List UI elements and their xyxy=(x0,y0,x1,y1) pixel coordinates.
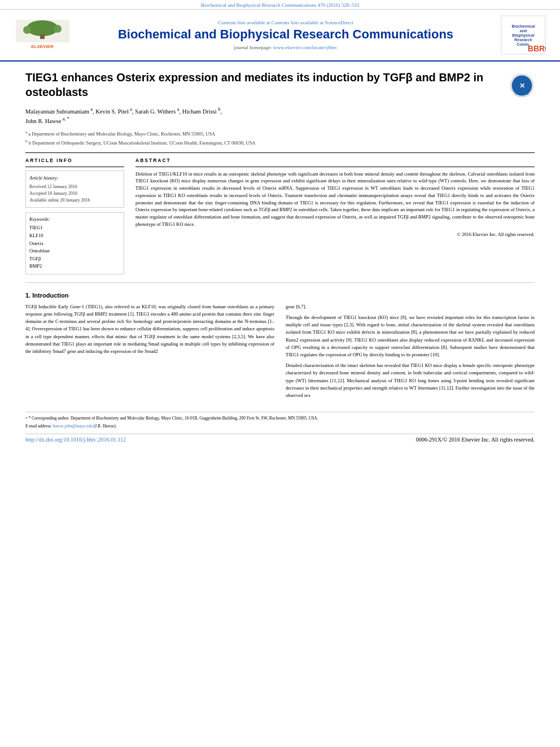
introduction-section: 1. Introduction TGFβ Inducible Early Gen… xyxy=(25,292,535,403)
keyword-klf10: KLF10 xyxy=(29,232,120,240)
keywords-section: Keywords: TIEG1 KLF10 Osterix Osteoblast… xyxy=(25,212,124,274)
elsevier-logo: ELSEVIER xyxy=(16,20,69,51)
article-info-label: ARTICLE INFO xyxy=(25,158,124,163)
svg-text:ELSEVIER: ELSEVIER xyxy=(31,44,54,49)
bbrc-logo-area: Biochemical and Biophysical Research Com… xyxy=(498,15,549,55)
intro-title: Introduction xyxy=(32,292,68,299)
article-title: TIEG1 enhances Osterix expression and me… xyxy=(25,70,504,99)
sciencedirect-text: Contents lists available at Contents lis… xyxy=(79,20,492,25)
citation-bar: Biochemical and Biophysical Research Com… xyxy=(0,0,560,10)
header-divider xyxy=(25,152,535,153)
article-info-column: ARTICLE INFO Article history: Received 1… xyxy=(25,158,124,274)
svg-text:and: and xyxy=(520,29,527,33)
citation-text: Biochemical and Biophysical Research Com… xyxy=(201,2,360,8)
authors: Malayannan Subramaniam a, Kevin S. Pitel… xyxy=(25,106,535,126)
article-info-divider xyxy=(25,167,124,167)
keywords-label: Keywords: xyxy=(29,216,120,222)
abstract-divider xyxy=(135,167,535,167)
intro-columns: TGFβ Inducible Early Gene-1 (TIEG1), als… xyxy=(25,303,535,403)
svg-text:CrossMark: CrossMark xyxy=(515,92,529,95)
keyword-osteoblast: Osteoblast xyxy=(29,247,120,255)
crossmark-logo[interactable]: ✕ CrossMark xyxy=(509,73,535,98)
intro-left-text: TGFβ Inducible Early Gene-1 (TIEG1), als… xyxy=(25,303,274,355)
article-title-section: TIEG1 enhances Osterix expression and me… xyxy=(25,70,535,99)
article-history: Article history: Received 12 January 201… xyxy=(25,171,124,208)
bbrc-logo: Biochemical and Biophysical Research Com… xyxy=(501,15,546,55)
abstract-text: Deletion of TIEG1/KLF10 in mice results … xyxy=(135,171,535,228)
intro-right-p1: Through the development of TIEG1 knockou… xyxy=(286,314,535,359)
affiliation-b: b b Department of Orthopaedic Surgery, U… xyxy=(25,138,535,147)
journal-header: ELSEVIER Contents lists available at Con… xyxy=(0,10,560,62)
svg-rect-2 xyxy=(40,34,45,39)
intro-left-paragraph: TGFβ Inducible Early Gene-1 (TIEG1), als… xyxy=(25,303,274,355)
abstract-column: ABSTRACT Deletion of TIEG1/KLF10 in mice… xyxy=(135,158,535,274)
footnote-content: * Corresponding author. Department of Bi… xyxy=(28,416,318,421)
sciencedirect-link[interactable]: Contents lists available at ScienceDirec… xyxy=(272,20,353,25)
footnote: * * Corresponding author. Department of … xyxy=(25,416,535,422)
intro-col-right: gene [6,7]. Through the development of T… xyxy=(286,303,535,403)
available-date: Available online 20 January 2016 xyxy=(29,197,120,204)
svg-text:✕: ✕ xyxy=(519,82,525,90)
journal-header-center: Contents lists available at Contents lis… xyxy=(73,20,498,50)
svg-text:Biophysical: Biophysical xyxy=(512,33,534,38)
email-address[interactable]: hawse.john@mayo.edu xyxy=(53,423,93,429)
email-suffix: (J.R. Hawse). xyxy=(94,423,117,429)
svg-point-4 xyxy=(54,25,62,33)
intro-gene-ref: gene [6,7]. xyxy=(286,303,535,311)
elsevier-logo-area: ELSEVIER xyxy=(11,20,73,51)
homepage-url[interactable]: www.elsevier.com/locate/ybbrc xyxy=(273,45,337,50)
journal-homepage: journal homepage: www.elsevier.com/locat… xyxy=(79,45,492,50)
keyword-tieg1: TIEG1 xyxy=(29,224,120,232)
intro-number: 1. xyxy=(25,292,30,299)
intro-header: 1. Introduction xyxy=(25,292,535,299)
abstract-label: ABSTRACT xyxy=(135,158,535,163)
copyright-text: © 2016 Elsevier Inc. All rights reserved… xyxy=(135,231,535,237)
email-footnote: E-mail address: hawse.john@mayo.edu (J.R… xyxy=(25,423,535,430)
article-info-abstract: ARTICLE INFO Article history: Received 1… xyxy=(25,158,535,274)
svg-text:Biochemical: Biochemical xyxy=(511,24,535,28)
issn-text: 0006-291X/© 2016 Elsevier Inc. All right… xyxy=(416,436,535,443)
history-label: Article history: xyxy=(29,174,120,182)
keyword-bmp2: BMP2 xyxy=(29,263,120,270)
footer-section: * * Corresponding author. Department of … xyxy=(25,412,535,443)
footnote-star: * xyxy=(25,416,28,421)
intro-col-left: TGFβ Inducible Early Gene-1 (TIEG1), als… xyxy=(25,303,274,403)
homepage-label: journal homepage: xyxy=(234,45,272,50)
intro-right-text: gene [6,7]. Through the development of T… xyxy=(286,303,535,399)
keyword-tgfb: TGFβ xyxy=(29,255,120,263)
article-content: TIEG1 enhances Osterix expression and me… xyxy=(0,62,560,451)
received-date: Received 12 January 2016 xyxy=(29,184,120,190)
doi-link[interactable]: http://dx.doi.org/10.1016/j.bbrc.2016.01… xyxy=(25,436,126,443)
page-wrapper: Biochemical and Biophysical Research Com… xyxy=(0,0,560,747)
svg-text:Research: Research xyxy=(514,38,532,42)
section-divider xyxy=(25,282,535,283)
footer-links: http://dx.doi.org/10.1016/j.bbrc.2016.01… xyxy=(25,434,535,443)
affiliations: a a Department of Biochemistry and Molec… xyxy=(25,129,535,147)
keyword-osterix: Osterix xyxy=(29,240,120,248)
svg-text:BBRC: BBRC xyxy=(528,44,546,53)
affiliation-a: a a Department of Biochemistry and Molec… xyxy=(25,129,535,138)
email-label: E-mail address: xyxy=(25,423,52,429)
abstract-paragraph: Deletion of TIEG1/KLF10 in mice results … xyxy=(135,171,535,228)
svg-point-3 xyxy=(23,26,31,34)
svg-point-1 xyxy=(27,20,58,36)
accepted-date: Accepted 18 January 2016 xyxy=(29,190,120,197)
intro-right-p2: Detailed characterization of the intact … xyxy=(286,362,535,399)
journal-title: Biochemical and Biophysical Research Com… xyxy=(79,27,492,42)
